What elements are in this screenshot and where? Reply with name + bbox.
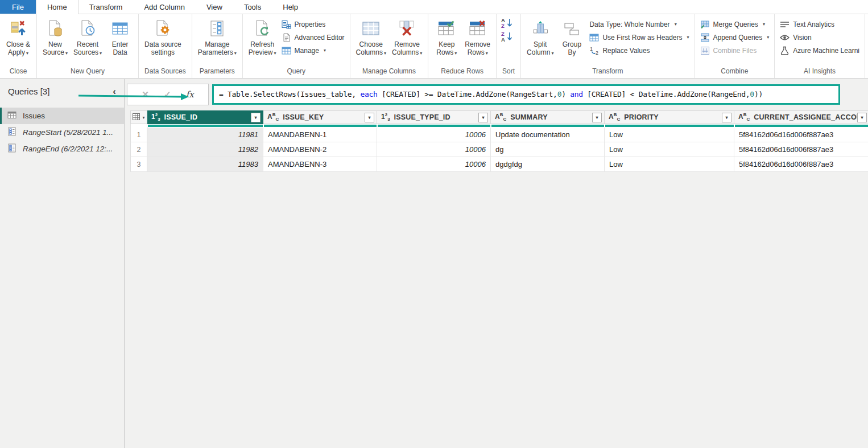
refresh-preview-button[interactable]: RefreshPreview▾ xyxy=(246,17,279,67)
formula-input[interactable]: = Table.SelectRows(Issues_table, each [C… xyxy=(212,84,840,105)
cell[interactable]: 5f84162d06d16d006f887ae3 xyxy=(734,128,868,142)
fx-icon[interactable]: fx xyxy=(186,89,194,100)
text-type-icon: ABC xyxy=(609,112,620,122)
sort-az-button[interactable]: AZ xyxy=(501,18,514,30)
cell[interactable]: Low xyxy=(605,128,734,142)
column-header-summary[interactable]: ABCSUMMARY▾ xyxy=(491,110,605,124)
column-header-issue-id[interactable]: 123ISSUE_ID▾ xyxy=(147,110,263,124)
button-label: Remove xyxy=(394,40,420,48)
advanced-editor-button[interactable]: Advanced Editor xyxy=(282,32,345,43)
keep-rows-button[interactable]: KeepRows▾ xyxy=(431,17,462,67)
cell[interactable]: 5f84162d06d16d006f887ae3 xyxy=(734,157,868,172)
cell[interactable]: 11983 xyxy=(147,157,263,172)
tab-bar: FileHomeTransformAdd ColumnViewToolsHelp xyxy=(0,0,868,14)
merge-queries-button[interactable]: Merge Queries▾ xyxy=(700,19,770,30)
button-label: Columns▾ xyxy=(392,48,422,57)
cell[interactable]: AMANDABENN-1 xyxy=(263,128,377,142)
data-type-button[interactable]: Data Type: Whole Number▾ xyxy=(589,19,689,30)
sort-za-button[interactable]: ZA xyxy=(501,31,514,44)
collapse-sidebar-button[interactable]: ‹ xyxy=(113,88,116,95)
text-type-icon: ABC xyxy=(738,112,750,122)
dropdown-caret-icon: ▾ xyxy=(454,51,457,56)
cell[interactable]: 10006 xyxy=(377,142,491,157)
tab-tools[interactable]: Tools xyxy=(233,0,272,14)
formula-bar: ✕ ✓ fx = Table.SelectRows(Issues_table, … xyxy=(125,79,868,109)
keep-rows-icon xyxy=(437,17,456,40)
append-queries-icon xyxy=(700,33,710,42)
svg-text:2: 2 xyxy=(596,50,598,55)
tab-file[interactable]: File xyxy=(0,0,36,14)
remove-columns-button[interactable]: RemoveColumns▾ xyxy=(389,17,425,67)
cell[interactable]: Update documentation xyxy=(491,128,605,142)
queries-header: Queries [3] ‹ xyxy=(0,79,124,101)
column-header-issue-key[interactable]: ABCISSUE_KEY▾ xyxy=(263,110,377,124)
cell[interactable]: 11982 xyxy=(147,142,263,157)
properties-button[interactable]: Properties xyxy=(282,19,345,30)
query-item-issues[interactable]: Issues xyxy=(0,108,124,124)
vision-button[interactable]: Vision xyxy=(780,32,859,43)
cell[interactable]: AMANDABENN-2 xyxy=(263,142,377,157)
column-filter-button[interactable]: ▾ xyxy=(365,113,374,122)
button-label: Vision xyxy=(793,34,811,42)
combine-files-button[interactable]: Combine Files xyxy=(700,45,770,56)
azure-ml-button[interactable]: Azure Machine Learni xyxy=(780,45,859,56)
replace-values-button[interactable]: 12Replace Values xyxy=(589,45,689,56)
tab-add-column[interactable]: Add Column xyxy=(133,0,196,14)
button-label: Data xyxy=(113,48,127,56)
cell[interactable]: 10006 xyxy=(377,128,491,142)
recent-sources-button[interactable]: RecentSources▾ xyxy=(71,17,105,67)
cancel-formula-button[interactable]: ✕ xyxy=(142,89,149,100)
workspace: Queries [3] ‹ IssuesRangeStart (5/28/202… xyxy=(0,79,868,448)
data-source-settings-button[interactable]: Data sourcesettings xyxy=(142,17,184,67)
confirm-formula-button[interactable]: ✓ xyxy=(164,89,171,100)
tab-help[interactable]: Help xyxy=(272,0,309,14)
cell[interactable]: 10006 xyxy=(377,157,491,172)
cell[interactable]: Low xyxy=(605,142,734,157)
select-all-button[interactable]: ▾ xyxy=(130,110,147,124)
formula-segment: 0 xyxy=(750,90,754,98)
column-filter-button[interactable]: ▾ xyxy=(722,113,731,122)
new-source-button[interactable]: NewSource▾ xyxy=(40,17,71,67)
use-first-row-button[interactable]: Use First Row as Headers▾ xyxy=(589,32,689,43)
row-number[interactable]: 3 xyxy=(130,157,147,172)
enter-data-button[interactable]: EnterData xyxy=(105,17,135,67)
manage-button[interactable]: Manage▾ xyxy=(282,45,345,56)
append-queries-button[interactable]: Append Queries▾ xyxy=(700,32,770,43)
dropdown-caret-icon: ▾ xyxy=(324,48,326,53)
ribbon-group-label: Data Sources xyxy=(139,67,192,78)
cell[interactable]: AMANDABENN-3 xyxy=(263,157,377,172)
button-label: Refresh xyxy=(250,40,274,48)
cell[interactable]: 11981 xyxy=(147,128,263,142)
query-item-rangestart[interactable]: RangeStart (5/28/2021 1... xyxy=(0,124,124,141)
column-filter-button[interactable]: ▾ xyxy=(857,113,867,122)
dropdown-caret-icon: ▾ xyxy=(100,51,102,56)
column-filter-button[interactable]: ▾ xyxy=(251,113,261,122)
column-filter-button[interactable]: ▾ xyxy=(478,113,488,122)
cell[interactable]: dg xyxy=(491,142,605,157)
cell[interactable]: dgdgfdg xyxy=(491,157,605,172)
query-item-rangeend[interactable]: RangeEnd (6/2/2021 12:... xyxy=(0,141,124,157)
column-filter-button[interactable]: ▾ xyxy=(592,113,602,122)
close-apply-button[interactable]: Close &Apply▾ xyxy=(3,17,34,67)
row-number[interactable]: 1 xyxy=(130,128,147,142)
manage-parameters-button[interactable]: ManageParameters▾ xyxy=(195,17,239,67)
remove-rows-button[interactable]: RemoveRows▾ xyxy=(462,17,493,67)
cell[interactable]: 5f84162d06d16d006f887ae3 xyxy=(734,142,868,157)
group-by-button[interactable]: GroupBy xyxy=(556,17,587,67)
column-header-current-assignee-accoun[interactable]: ABCCURRENT_ASSIGNEE_ACCOUN...▾ xyxy=(734,110,868,124)
column-header-priority[interactable]: ABCPRIORITY▾ xyxy=(605,110,734,124)
choose-columns-button[interactable]: ChooseColumns▾ xyxy=(353,17,389,67)
column-label: SUMMARY xyxy=(510,113,592,121)
tab-view[interactable]: View xyxy=(196,0,233,14)
table-row: 311983AMANDABENN-310006dgdgfdgLow5f84162… xyxy=(130,157,868,172)
tab-home[interactable]: Home xyxy=(36,0,78,14)
cell[interactable]: Low xyxy=(605,157,734,172)
split-column-button[interactable]: SplitColumn▾ xyxy=(524,17,556,67)
tab-transform[interactable]: Transform xyxy=(78,0,134,14)
button-label: Column▾ xyxy=(527,48,553,57)
text-analytics-button[interactable]: Text Analytics xyxy=(780,19,859,30)
row-number[interactable]: 2 xyxy=(130,142,147,157)
column-header-issue-type-id[interactable]: 123ISSUE_TYPE_ID▾ xyxy=(377,110,491,124)
button-label: settings xyxy=(151,48,175,56)
text-analytics-icon xyxy=(780,20,790,29)
